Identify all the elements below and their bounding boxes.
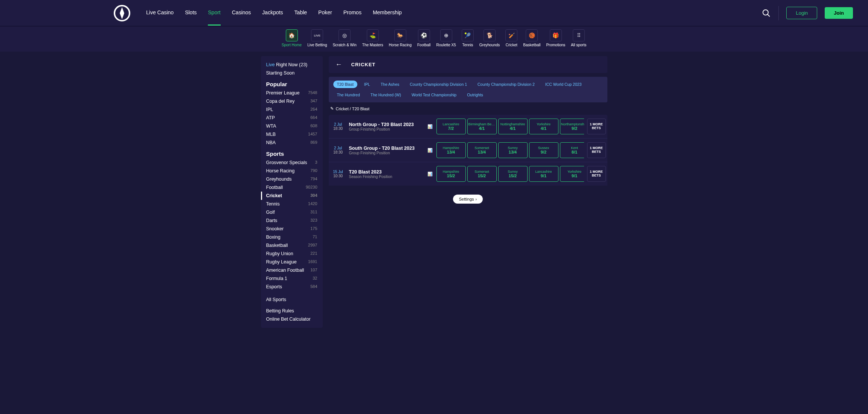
pill-icc-world-cup-2023[interactable]: ICC World Cup 2023 [542,81,586,88]
subnav-promotions[interactable]: 🎁Promotions [546,29,565,47]
sidebar-item-atp[interactable]: ATP664 [261,114,323,122]
join-button[interactable]: Join [825,7,853,19]
more-bets-button[interactable]: 1 MORE BETS [587,142,606,158]
odds-box[interactable]: Somerset13/4 [467,142,497,158]
settings-button[interactable]: Settings› [453,195,483,204]
sidebar-item-rugby-league[interactable]: Rugby League1691 [261,258,323,266]
subnav-live-betting[interactable]: LIVELive Betting [307,29,327,47]
sub-nav: 🏠Sport HomeLIVELive Betting◎Scratch & Wi… [0,26,868,52]
sidebar-all-sports[interactable]: All Sports [261,295,323,304]
odds-box[interactable]: Kent8/1 [560,142,584,158]
match-info[interactable]: T20 Blast 2023Season Finishing Position [349,169,424,179]
pill-the-hundred[interactable]: The Hundred [333,91,364,99]
subnav-basketball[interactable]: 🏀Basketball [523,29,540,47]
sidebar-item-horse-racing[interactable]: Horse Racing790 [261,167,323,175]
subnav-greyhounds[interactable]: 🐕Greyhounds [479,29,500,47]
topnav-casinos[interactable]: Casinos [232,0,251,26]
subnav-the-masters[interactable]: ⛳The Masters [362,29,383,47]
sidebar-item-tennis[interactable]: Tennis1420 [261,200,323,208]
football-icon: ⚽ [418,29,430,41]
odds-box[interactable]: Lancashire7/2 [436,119,466,134]
search-icon[interactable] [762,9,771,18]
login-button[interactable]: Login [786,7,817,19]
sidebar-item-snooker[interactable]: Snooker175 [261,225,323,233]
odds-box[interactable]: Nottinghamshire4/1 [498,119,528,134]
sidebar-item-formula-1[interactable]: Formula 132 [261,274,323,283]
odds-box[interactable]: Hampshire15/2 [436,166,466,182]
topnav-table[interactable]: Table [294,0,307,26]
match-info[interactable]: South Group - T20 Blast 2023Group Finish… [349,146,424,155]
sidebar-betting-rules[interactable]: Betting Rules [261,307,323,315]
pill-the-ashes[interactable]: The Ashes [377,81,403,88]
sidebar-item-wta[interactable]: WTA608 [261,122,323,130]
sidebar-item-cricket[interactable]: Cricket304 [261,192,323,200]
match-info[interactable]: North Group - T20 Blast 2023Group Finish… [349,122,424,131]
topnav-sport[interactable]: Sport [208,0,220,26]
sidebar-item-greyhounds[interactable]: Greyhounds794 [261,175,323,183]
pill-county-championship-division-1[interactable]: County Championship Division 1 [406,81,471,88]
odds-box[interactable]: Birmingham Bears4/1 [467,119,497,134]
subnav-cricket[interactable]: 🏏Cricket [505,29,517,47]
pill-the-hundred-w-[interactable]: The Hundred (W) [367,91,405,99]
subnav-horse-racing[interactable]: 🐎Horse Racing [389,29,412,47]
all-sports-icon: ⠿ [573,29,585,41]
odds-box[interactable]: Sussex9/2 [529,142,558,158]
sidebar-item-boxing[interactable]: Boxing71 [261,233,323,241]
odds-box[interactable]: Hampshire13/4 [436,142,466,158]
sidebar-item-premier-league[interactable]: Premier League7548 [261,89,323,97]
more-bets-button[interactable]: 1 MORE BETS [587,119,606,134]
match-date: 15 Jul10:30 [330,170,346,178]
sidebar-item-darts[interactable]: Darts323 [261,216,323,225]
odds-box[interactable]: Lancashire9/1 [529,166,558,182]
sidebar-item-ipl[interactable]: IPL264 [261,105,323,114]
odds-box[interactable]: Somerset15/2 [467,166,497,182]
pill-ipl[interactable]: IPL [360,81,374,88]
pill-county-championship-division-2[interactable]: County Championship Division 2 [474,81,538,88]
sidebar-item-golf[interactable]: Golf311 [261,208,323,216]
stats-icon[interactable]: 📊 [427,172,433,177]
sidebar-item-mlb[interactable]: MLB1457 [261,130,323,139]
sidebar-item-grosvenor-specials[interactable]: Grosvenor Specials3 [261,158,323,167]
sidebar-item-esports[interactable]: Esports584 [261,283,323,291]
sidebar-sports-heading: Sports [261,147,323,158]
subnav-all-sports[interactable]: ⠿All sports [571,29,586,47]
roulette-x5-icon: ⊕ [440,29,452,41]
subnav-roulette-x5[interactable]: ⊕Roulette X5 [436,29,456,47]
sidebar-item-basketball[interactable]: Basketball2997 [261,241,323,250]
sidebar-item-football[interactable]: Football90230 [261,183,323,192]
topnav-slots[interactable]: Slots [185,0,197,26]
topnav-jackpots[interactable]: Jackpots [262,0,283,26]
stats-icon[interactable]: 📊 [427,124,433,129]
odds-box[interactable]: Yorkshire9/1 [560,166,584,182]
odds-box[interactable]: Yorkshire4/1 [529,119,558,134]
pill-outrights[interactable]: Outrights [463,91,487,99]
pencil-icon[interactable]: ✎ [330,106,334,111]
sidebar-item-copa-del-rey[interactable]: Copa del Rey347 [261,97,323,105]
pill-t20-blast[interactable]: T20 Blast [333,81,357,88]
greyhounds-icon: 🐕 [484,29,496,41]
topnav-poker[interactable]: Poker [318,0,332,26]
odds-box[interactable]: Northamptonshire9/2 [560,119,584,134]
topnav-membership[interactable]: Membership [373,0,402,26]
sidebar-starting-soon[interactable]: Starting Soon [261,69,323,77]
subnav-football[interactable]: ⚽Football [417,29,431,47]
more-bets-button[interactable]: 1 MORE BETS [587,166,606,182]
cricket-icon: 🏏 [505,29,517,41]
topnav-promos[interactable]: Promos [343,0,362,26]
sidebar-item-rugby-union[interactable]: Rugby Union221 [261,250,323,258]
stats-icon[interactable]: 📊 [427,148,433,153]
pill-world-test-championship[interactable]: World Test Championship [408,91,460,99]
subnav-sport-home[interactable]: 🏠Sport Home [282,29,302,47]
the-masters-icon: ⛳ [367,29,379,41]
sidebar-live[interactable]: Live Right Now (23) [261,61,323,69]
sidebar-item-american-football[interactable]: American Football107 [261,266,323,274]
odds-box[interactable]: Surrey13/4 [498,142,528,158]
topnav-live-casino[interactable]: Live Casino [146,0,174,26]
odds-wrap: Hampshire13/4Somerset13/4Surrey13/4Susse… [436,142,584,158]
sidebar-calculator[interactable]: Online Bet Calculator [261,315,323,323]
odds-box[interactable]: Surrey15/2 [498,166,528,182]
subnav-tennis[interactable]: 🎾Tennis [462,29,474,47]
subnav-scratch-win[interactable]: ◎Scratch & Win [333,29,356,47]
back-icon[interactable]: ← [336,61,342,68]
sidebar-item-nba[interactable]: NBA869 [261,139,323,147]
